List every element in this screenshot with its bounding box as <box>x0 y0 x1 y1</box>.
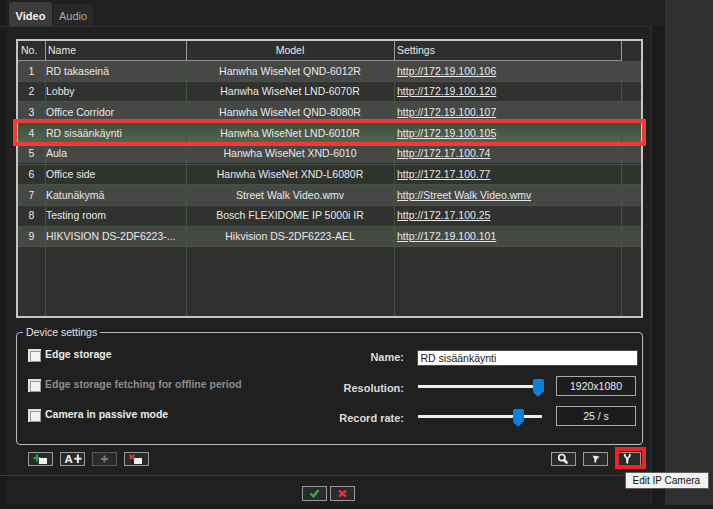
svg-text:A: A <box>65 453 73 465</box>
